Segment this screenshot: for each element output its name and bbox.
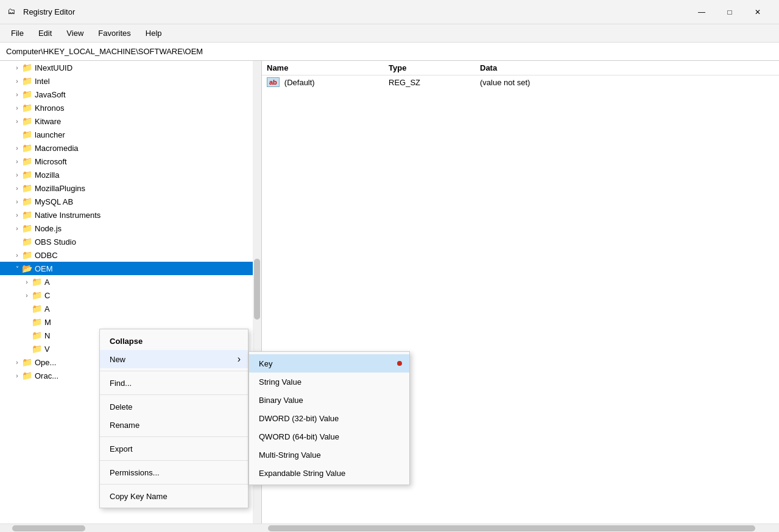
expand-icon[interactable]: › [12,89,22,99]
submenu-binary-value[interactable]: Binary Value [249,391,409,409]
menu-favorites[interactable]: Favorites [92,26,136,40]
ctx-permissions[interactable]: Permissions... [100,463,248,481]
expand-icon[interactable]: › [12,76,22,86]
folder-icon: 📁 [32,304,42,313]
tree-label: Node.js [35,224,62,233]
menu-view[interactable]: View [60,26,90,40]
expand-icon[interactable]: › [12,143,22,153]
expand-icon[interactable]: › [12,183,22,193]
expand-icon[interactable]: › [12,210,22,220]
tree-item-oem-v[interactable]: 📁 V [0,342,97,355]
tree-label: A [44,278,50,287]
ctx-new[interactable]: New [100,350,248,368]
tree-item-inextUUID[interactable]: › 📁 INextUUID [0,61,261,74]
submenu-expandable-string-value[interactable]: Expandable String Value [249,464,409,482]
detail-name-cell: ab (Default) [267,77,389,87]
tree-label: MozillaPlugins [35,184,85,193]
ctx-copy-key-name[interactable]: Copy Key Name [100,487,248,505]
expand-icon[interactable]: › [12,223,22,233]
folder-icon: 📁 [22,156,32,166]
detail-h-scrollbar[interactable] [262,523,779,532]
ctx-sep-3 [100,436,248,437]
ctx-export[interactable]: Export [100,439,248,458]
address-bar: Computer\HKEY_LOCAL_MACHINE\SOFTWARE\OEM [0,43,779,61]
submenu-key[interactable]: Key [249,354,409,373]
tree-label: ODBC [35,251,58,260]
expand-icon[interactable]: › [12,63,22,72]
tree-item-javasoft[interactable]: › 📁 JavaSoft [0,88,261,101]
tree-item-obs-studio[interactable]: 📁 OBS Studio [0,235,261,248]
submenu-multi-string-value[interactable]: Multi-String Value [249,446,409,464]
tree-label: A [44,304,50,313]
close-button[interactable]: ✕ [744,2,772,22]
tree-item-nodejs[interactable]: › 📁 Node.js [0,222,261,235]
col-name: Name [267,63,389,72]
tree-item-oem-m[interactable]: 📁 M [0,315,97,329]
expand-icon[interactable]: › [12,250,22,260]
tree-item-intel[interactable]: › 📁 Intel [0,74,261,88]
menu-file[interactable]: File [5,26,30,40]
expand-icon[interactable]: › [12,170,22,180]
tree-label-native-instruments: Native Instruments [35,211,100,220]
tree-label: Mozilla [35,170,59,180]
folder-icon: 📁 [32,344,42,354]
folder-icon: 📁 [22,170,32,180]
tree-label: Khronos [35,103,64,113]
folder-icon-oem: 📂 [22,264,32,273]
tree-v-scrollbar-thumb[interactable] [254,259,260,320]
detail-row-default[interactable]: ab (Default) REG_SZ (value not set) [262,75,779,89]
expand-icon[interactable]: › [12,371,22,380]
expand-icon[interactable]: › [12,116,22,126]
submenu-qword-value[interactable]: QWORD (64-bit) Value [249,427,409,446]
ctx-delete[interactable]: Delete [100,397,248,416]
tree-h-scrollbar-thumb[interactable] [12,525,85,531]
ctx-rename[interactable]: Rename [100,416,248,434]
context-menu: Collapse New Find... Delete Rename Expor… [99,329,249,508]
tree-item-kitware[interactable]: › 📁 Kitware [0,114,261,128]
expand-icon[interactable]: › [12,156,22,166]
tree-h-scrollbar[interactable] [0,523,262,532]
folder-icon: 📁 [22,237,32,247]
expand-icon[interactable]: › [12,357,22,367]
submenu-qword-value-label: QWORD (64-bit) Value [259,432,339,441]
folder-icon: 📁 [22,76,32,86]
expand-icon[interactable]: › [12,103,22,113]
tree-item-macromedia[interactable]: › 📁 Macromedia [0,141,261,155]
menu-edit[interactable]: Edit [32,26,58,40]
tree-item-microsoft[interactable]: › 📁 Microsoft [0,155,261,168]
expand-icon [12,130,22,139]
submenu-dword-value[interactable]: DWORD (32-bit) Value [249,409,409,427]
tree-item-odbc[interactable]: › 📁 ODBC [0,248,261,262]
tree-item-mysqlAB[interactable]: › 📁 MySQL AB [0,195,261,208]
submenu-key-label: Key [259,359,272,368]
submenu-dword-value-label: DWORD (32-bit) Value [259,414,339,423]
tree-label: Microsoft [35,157,67,166]
tree-item-mozillaplugins[interactable]: › 📁 MozillaPlugins [0,181,261,195]
tree-item-mozilla[interactable]: › 📁 Mozilla [0,168,261,181]
expand-icon[interactable]: › [12,197,22,206]
expand-icon[interactable]: › [22,290,32,300]
detail-data-cell: (value not set) [480,78,774,87]
tree-item-khronos[interactable]: › 📁 Khronos [0,101,261,114]
ctx-find[interactable]: Find... [100,374,248,392]
tree-item-oem[interactable]: ˅ 📂 OEM [0,262,261,275]
tree-item-oem-a2[interactable]: 📁 A [0,302,97,315]
tree-item-opera[interactable]: › 📁 Ope... [0,355,100,369]
submenu-expandable-string-value-label: Expandable String Value [259,469,345,478]
menu-bar: File Edit View Favorites Help [0,24,779,43]
detail-h-scrollbar-thumb[interactable] [268,525,755,531]
menu-help[interactable]: Help [139,26,168,40]
tree-item-native-instruments[interactable]: › 📁 Native Instruments [0,208,261,222]
tree-item-oem-c[interactable]: › 📁 C [0,289,97,302]
folder-icon: 📁 [22,130,32,139]
tree-item-oracle[interactable]: › 📁 Orac... [0,369,100,382]
tree-item-oem-n[interactable]: 📁 N [0,329,97,342]
expand-icon[interactable]: › [22,277,32,287]
submenu-string-value[interactable]: String Value [249,373,409,391]
tree-item-launcher[interactable]: 📁 launcher [0,128,261,141]
tree-item-oem-a1[interactable]: › 📁 A [0,275,97,289]
minimize-button[interactable]: — [688,2,716,22]
maximize-button[interactable]: □ [716,2,744,22]
expand-icon[interactable]: ˅ [12,264,22,273]
ctx-collapse[interactable]: Collapse [100,332,248,350]
